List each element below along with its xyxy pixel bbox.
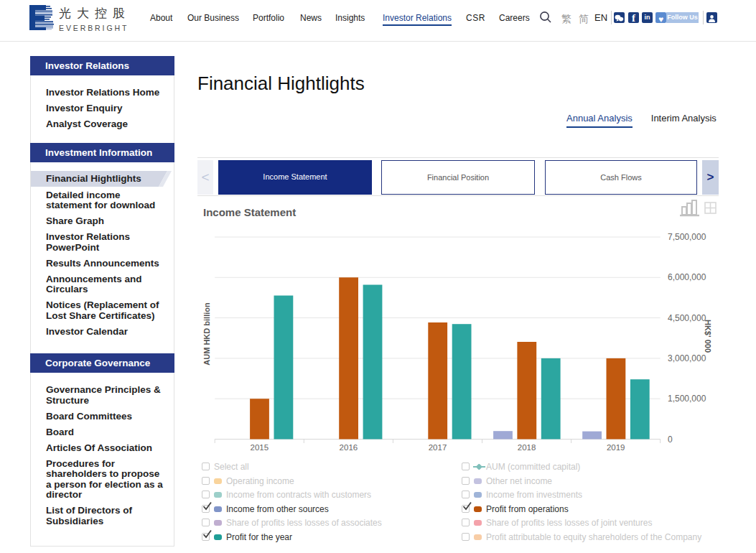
svg-text:2018: 2018 [518, 443, 536, 452]
svg-text:2015: 2015 [251, 443, 269, 452]
svg-text:AUM HKD billion: AUM HKD billion [202, 302, 211, 366]
svg-text:0: 0 [668, 434, 673, 445]
svg-text:2019: 2019 [607, 443, 625, 452]
svg-text:HK$' 000: HK$' 000 [704, 320, 712, 353]
svg-text:6,000,000: 6,000,000 [668, 272, 706, 282]
svg-text:3,000,000: 3,000,000 [668, 353, 706, 363]
svg-text:2017: 2017 [429, 443, 447, 452]
svg-text:4,500,000: 4,500,000 [668, 313, 706, 323]
svg-text:7,500,000: 7,500,000 [668, 232, 706, 242]
svg-text:1,500,000: 1,500,000 [668, 394, 706, 404]
svg-text:2016: 2016 [340, 443, 358, 452]
